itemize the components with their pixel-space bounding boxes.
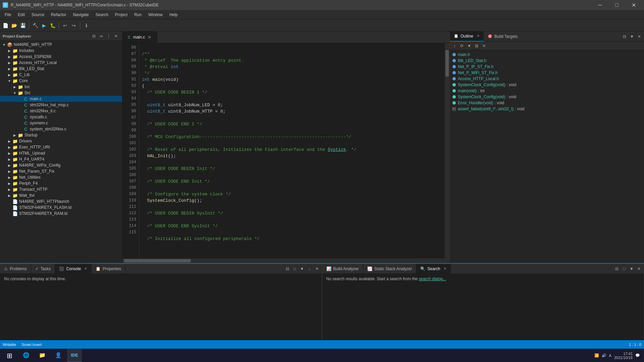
tree-wait[interactable]: ▶ 📁 Wait_Itvl (0, 192, 122, 198)
tree-ram-ld[interactable]: ▶ 📄 STM32F446RETX_RAM.ld (0, 210, 122, 217)
tab-mainc[interactable]: C main.c ✕ (122, 32, 157, 43)
outline-item-sysclock[interactable]: SystemClock_Config(void) : void (450, 82, 644, 88)
tree-periph[interactable]: ▶ 📁 Periph_F4 (0, 180, 122, 186)
tree-includes[interactable]: ▶ 📁 Includes (0, 48, 122, 54)
window-controls[interactable]: ─ □ ✕ (592, 0, 641, 10)
outline-item-mainh[interactable]: main.h (450, 52, 644, 58)
search-panel-close-btn[interactable]: ✕ (636, 265, 642, 272)
tab-properties[interactable]: 📋 Properties (92, 264, 125, 274)
tab-build-analyzer[interactable]: 📊 Build Analyzer (322, 264, 363, 274)
outline-btn4[interactable]: ⊞ (473, 43, 480, 49)
tree-access-esp[interactable]: ▶ 📁 Access_ESP8266 (0, 54, 122, 60)
taskbar-app-edge[interactable]: 🌐 (19, 349, 34, 362)
menu-help[interactable]: Help (166, 11, 181, 18)
outline-btn2[interactable]: ⟳ (459, 43, 465, 49)
tree-system[interactable]: ▶ C system_stm32f4xx.c (0, 126, 122, 132)
tree-transact[interactable]: ▶ 📁 Transact_HTTP (0, 186, 122, 192)
tray-notification-icon[interactable]: 💬 (635, 353, 640, 358)
menu-edit[interactable]: Edit (14, 11, 28, 18)
console-menu-btn[interactable]: ▼ (299, 265, 306, 272)
outline-item-main[interactable]: main(void) : int (450, 88, 644, 94)
save-button[interactable]: 💾 (19, 21, 27, 29)
taskbar-app-explorer[interactable]: 📁 (35, 349, 50, 362)
tree-clib[interactable]: ▶ 📁 C_Lib (0, 72, 122, 78)
tree-html-upload[interactable]: ▶ 📁 HTML_Upload (0, 150, 122, 156)
tree-core[interactable]: ▼ 📁 Core (0, 78, 122, 84)
code-editor[interactable]: 86 87 88 89 90 91 92 93 94 95 96 97 98 9… (122, 43, 449, 258)
console-close-icon[interactable]: ✕ (84, 266, 87, 271)
outline-item-blkled[interactable]: Blk_LED_Stat.h (450, 58, 644, 64)
menu-window[interactable]: Window (145, 11, 166, 18)
outline-item-netwifi[interactable]: Net_P_WiFi_ST_Fix.h (450, 70, 644, 76)
outline-item-sysclock2[interactable]: SystemClock_Config(void) : void (450, 94, 644, 100)
search-panel-min-btn[interactable]: ⊟ (613, 265, 620, 272)
outline-menu-btn[interactable]: ▼ (629, 33, 635, 40)
tree-uart4[interactable]: ▶ 📁 H_F4_UART4 (0, 156, 122, 162)
tab-search[interactable]: 🔍 Search ✕ (416, 264, 451, 274)
minimize-button[interactable]: ─ (592, 0, 608, 10)
outline-collapse-btn[interactable]: ⊟ (621, 33, 628, 40)
editor-scrollbar-v[interactable] (445, 43, 449, 258)
open-button[interactable]: 📂 (10, 21, 18, 29)
sidebar-link-btn[interactable]: ⇔ (98, 33, 105, 40)
tab-console[interactable]: ⬛ Console ✕ (55, 264, 92, 274)
run-button[interactable]: ▶ (40, 21, 48, 29)
tree-exec-http[interactable]: ▶ 📁 Exec_HTTP_URI (0, 144, 122, 150)
info-button[interactable]: ℹ (82, 21, 90, 29)
tree-net-utils[interactable]: ▶ 📁 Net_Utilities (0, 174, 122, 180)
new-button[interactable]: 📄 (1, 21, 9, 29)
outline-btn5[interactable]: ✕ (481, 43, 487, 49)
tree-root[interactable]: ▼ 📦 N446RE_WiFi_HTTP (0, 42, 122, 48)
redo-button[interactable]: ↪ (70, 21, 78, 29)
search-tab-close[interactable]: ✕ (443, 266, 446, 271)
taskbar-app-user[interactable]: 👤 (51, 349, 66, 362)
taskbar-app-ide[interactable]: IDE (67, 349, 82, 362)
tree-it[interactable]: ▶ C stm32f4xx_it.c (0, 108, 122, 114)
outline-item-accesshttp[interactable]: Access_HTTP_Local.h (450, 76, 644, 82)
menu-file[interactable]: File (1, 11, 14, 18)
editor-scroll-thumb[interactable] (445, 50, 449, 77)
search-panel-menu-btn[interactable]: ▼ (628, 265, 635, 272)
console-down-btn[interactable]: ↓ (306, 265, 313, 272)
console-max-btn[interactable]: □ (291, 265, 298, 272)
tab-close-btn[interactable]: ✕ (148, 35, 152, 40)
maximize-button[interactable]: □ (609, 0, 625, 10)
menu-run[interactable]: Run (131, 11, 145, 18)
menu-navigate[interactable]: Navigate (69, 11, 92, 18)
tree-access-http[interactable]: ▶ 📁 Access_HTTP_Local (0, 60, 122, 66)
tree-startup[interactable]: ▶ 📁 Startup (0, 132, 122, 138)
tree-drivers[interactable]: ▶ 📁 Drivers (0, 138, 122, 144)
sidebar-menu-btn[interactable]: ⋮ (105, 33, 112, 40)
tree-sysmem[interactable]: ▶ C sysmem.c (0, 120, 122, 126)
menu-refactor[interactable]: Refactor (48, 11, 69, 18)
outline-item-netip[interactable]: Net_P_IP_ST_Fix.h (450, 64, 644, 70)
editor-scroll-h-thumb[interactable] (124, 259, 191, 262)
code-text[interactable]: /** * @brief The application entry point… (139, 43, 449, 258)
sidebar-close-btn[interactable]: ✕ (113, 33, 119, 40)
tree-mainc[interactable]: ▶ C main.c (0, 96, 122, 102)
tree-flash-ld[interactable]: ▶ 📄 STM32F446RETX_FLASH.ld (0, 204, 122, 210)
tree-src[interactable]: ▼ 📁 Src (0, 90, 122, 96)
tab-problems[interactable]: ⚠ Problems (0, 264, 31, 274)
menu-source[interactable]: Source (28, 11, 48, 18)
tree-launch[interactable]: ▶ 📄 N446RE_WiFi_HTTPlaunch (0, 198, 122, 204)
tree-blk-led[interactable]: ▶ 📁 Blk_LED_Stat (0, 66, 122, 72)
outline-item-error[interactable]: Error_Handler(void) : void (450, 100, 644, 106)
menu-search[interactable]: Search (92, 11, 112, 18)
undo-button[interactable]: ↩ (61, 21, 69, 29)
tab-build-targets[interactable]: 🎯 Build Targets (484, 32, 522, 42)
outline-btn1[interactable]: ↕ (451, 43, 458, 49)
menu-project[interactable]: Project (112, 11, 131, 18)
tree-inc[interactable]: ▶ 📁 Inc (0, 84, 122, 90)
outline-item-assert[interactable]: ✏ assert_failed(uint8_t*, uint32_t) : vo… (450, 106, 644, 112)
sidebar-collapse-btn[interactable]: ⊟ (91, 33, 97, 40)
outline-btn3[interactable]: ▼ (466, 43, 473, 49)
search-panel-max-btn[interactable]: □ (621, 265, 628, 272)
console-display-btn[interactable]: ⊟ (284, 265, 291, 272)
search-dialog-link[interactable]: search dialog... (419, 277, 446, 281)
outline-tab-close[interactable]: ✕ (477, 34, 480, 38)
tree-net-param[interactable]: ▶ 📁 Net_Param_ST_Fix (0, 168, 122, 174)
close-button[interactable]: ✕ (626, 0, 641, 10)
debug-button[interactable]: 🐛 (49, 21, 57, 29)
tree-hal-msp[interactable]: ▶ C stm32f4xx_hal_msp.c (0, 102, 122, 108)
